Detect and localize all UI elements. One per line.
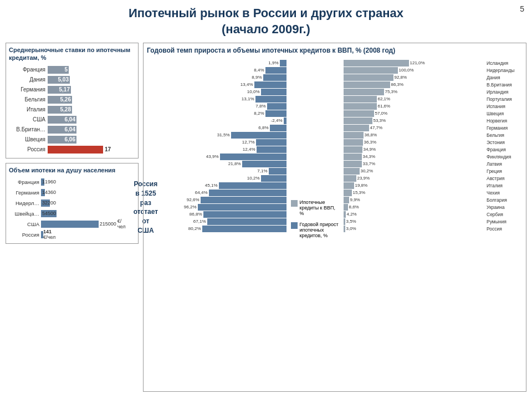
mortgage-bar: [344, 218, 345, 225]
hbar-row: Франция11960: [9, 177, 129, 186]
mortgage-bar: [344, 81, 390, 88]
growth-value: 13,4%: [238, 82, 253, 87]
mortgage-value: 100,0%: [399, 68, 414, 73]
bar-value: 5,03: [58, 76, 69, 83]
rates-chart-title: Среднерыночные ставки по ипотечным креди…: [9, 46, 135, 62]
legend-box-growth: [291, 222, 298, 229]
hbar-row: Швейца…54500: [9, 209, 129, 218]
mortgage-row: 4,2%: [344, 211, 483, 218]
hbar-label: США: [9, 221, 41, 227]
rates-bars: Франция5Дания5,03Германия5,17Бельгия5,26…: [9, 65, 135, 154]
bar-row: Россия17: [9, 145, 135, 154]
mortgage-bar: [344, 226, 345, 232]
right-chart-title: Годовой темп прироста и объемы ипотечных…: [147, 47, 523, 55]
growth-row: 7,1%: [147, 168, 287, 175]
growth-bar: [255, 96, 287, 103]
mortgage-row: 23,9%: [344, 175, 483, 182]
bar-fill: 5: [48, 66, 69, 74]
mortgage-bar: [344, 132, 364, 139]
bar-fill: 5,28: [48, 106, 72, 114]
mortgage-row: 34,3%: [344, 154, 483, 160]
bar-container: 6,06: [48, 136, 135, 144]
mortgage-bar: [344, 204, 348, 211]
mortgage-row: 3,5%: [344, 218, 483, 225]
bar-value: 17: [105, 146, 111, 152]
growth-bar: [267, 103, 287, 110]
mortgage-row: 8,6%: [344, 204, 483, 211]
mortgage-value: 34,9%: [364, 147, 376, 152]
mortgage-bar: [344, 168, 360, 175]
mortgage-value: 3,0%: [346, 226, 356, 231]
country-label: Чехия: [485, 190, 523, 196]
growth-bar: [242, 161, 287, 167]
growth-bar: [231, 132, 287, 139]
left-panel: Среднерыночные ставки по ипотечным креди…: [6, 43, 139, 392]
mortgage-value: 92,8%: [395, 75, 407, 80]
mortgage-value: 36,8%: [365, 132, 377, 137]
legend-item-mortgage: Ипотечные кредиты к ВВП, %: [291, 200, 339, 216]
mortgage-row: 53,3%: [344, 117, 483, 124]
hbar-label: Швейца…: [9, 211, 41, 217]
mortgage-row: 3,0%: [344, 226, 483, 232]
bar-container: 5: [48, 66, 135, 74]
hbar-value: 215000: [100, 221, 116, 227]
mortgage-value: 75,3%: [385, 89, 398, 94]
legend-label-mortgage: Ипотечные кредиты к ВВП, %: [300, 200, 339, 216]
bar-label: Россия: [9, 146, 48, 152]
mortgage-row: 33,7%: [344, 161, 483, 167]
mortgage-bar: [344, 110, 374, 117]
bar-row: Швеция6,06: [9, 135, 135, 144]
growth-value: 86,8%: [187, 212, 202, 217]
mortgage-value: 61,6%: [378, 104, 391, 109]
bar-row: Германия5,17: [9, 85, 135, 94]
growth-value: 10,2%: [244, 176, 260, 181]
growth-row: 8,9%: [147, 74, 287, 81]
hbar-label: Нидерл…: [9, 200, 41, 206]
growth-bar: [219, 182, 287, 189]
growth-bar: [280, 60, 287, 66]
country-label: Австрия: [485, 175, 523, 182]
growth-value: 7,8%: [250, 104, 266, 109]
mortgage-value: 57,0%: [375, 111, 388, 116]
growth-row: 6,8%: [147, 125, 287, 131]
mortgage-bar: [344, 211, 346, 218]
mortgage-bar: [344, 146, 362, 153]
mortgage-bar: [344, 89, 384, 95]
country-labels: ИсландияНидерландыДанияВ.БританияИрланди…: [485, 60, 523, 378]
mortgage-value: 30,2%: [361, 168, 374, 173]
country-label: Германия: [485, 125, 523, 131]
mortgage-row: 121,0%: [344, 60, 483, 66]
mortgage-row: 62,1%: [344, 96, 483, 103]
growth-value: 1,9%: [263, 60, 279, 65]
growth-bar: [263, 74, 287, 81]
bar-value: 5,28: [60, 106, 71, 112]
growth-row: 13,4%: [147, 81, 287, 88]
bar-label: Франция: [9, 66, 48, 73]
country-label: Ирландия: [485, 89, 523, 95]
mortgage-chart: 121,0%100,0%92,8%86,3%75,3%62,1%61,6%57,…: [344, 60, 483, 378]
mortgage-value: 36,3%: [364, 140, 377, 145]
growth-row: 92,6%: [147, 197, 287, 203]
country-label: Швеция: [485, 110, 523, 117]
country-label: Россия: [485, 226, 523, 232]
mortgage-bar: [344, 190, 352, 196]
country-label: Норвегия: [485, 117, 523, 124]
mortgage-row: 19,8%: [344, 182, 483, 189]
mortgage-value: 33,7%: [363, 161, 376, 166]
mortgage-value: 8,6%: [349, 204, 359, 209]
hbar-fill: 32200: [41, 200, 50, 207]
bar-fill: 5,03: [48, 76, 70, 84]
growth-row: 45,1%: [147, 182, 287, 189]
volume-bars: Франция11960Германия14360Нидерл…32200Шве…: [9, 177, 129, 241]
mortgage-row: 47,7%: [344, 125, 483, 131]
bar-value: 6,06: [65, 136, 75, 142]
country-label: Бельгия: [485, 132, 523, 139]
mortgage-row: 9,9%: [344, 197, 483, 203]
bar-container: 5,17: [48, 86, 135, 94]
mortgage-row: 36,3%: [344, 139, 483, 146]
growth-value: 13,1%: [239, 96, 254, 101]
hbar-label: Германия: [9, 190, 41, 196]
growth-value: 12,7%: [239, 140, 255, 145]
growth-bar: [261, 89, 287, 95]
country-label: Эстония: [485, 139, 523, 146]
